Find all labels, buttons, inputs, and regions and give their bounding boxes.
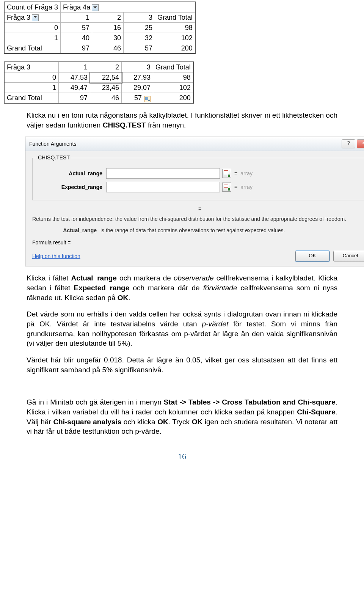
paragraph-2: Klicka i fältet Actual_range och markera…	[27, 273, 337, 302]
paragraph-4: Värdet här blir ungefär 0.018. Detta är …	[27, 355, 337, 375]
cell: 49,47	[59, 83, 90, 93]
formula-result-label: Formula result =	[32, 239, 364, 246]
cell: 57	[61, 23, 92, 33]
col-3: 3	[122, 62, 153, 72]
row0-label: 0	[4, 72, 59, 83]
row1-label: 1	[4, 83, 59, 93]
array-hint: array	[240, 170, 253, 176]
fill-handle-icon[interactable]	[144, 96, 151, 102]
result-eq: =	[32, 206, 364, 212]
grand-total-label: Grand Total	[4, 93, 59, 104]
dropdown-icon[interactable]	[92, 4, 99, 11]
cell: 97	[61, 43, 92, 54]
col-total: Grand Total	[155, 13, 195, 23]
expected-range-label: Expected_range	[38, 184, 106, 190]
selected-cell[interactable]: 22,54	[90, 72, 122, 83]
args-fieldset: CHISQ.TEST Actual_range = array Expected…	[32, 158, 364, 200]
cell: 200	[155, 43, 195, 54]
pivot-table-2: Fråga 3 1 2 3 Grand Total 0 47,53 22,54 …	[0, 61, 364, 104]
equals: =	[234, 184, 237, 190]
range-picker-icon[interactable]	[222, 169, 231, 178]
cell: 32	[124, 33, 155, 43]
cell: 29,07	[122, 83, 153, 93]
arg-description: Actual_range is the range of data that c…	[32, 227, 364, 235]
cell: 23,46	[90, 83, 122, 93]
cell: 16	[92, 23, 124, 33]
paragraph-3: Det värde som nu erhålls i den valda cel…	[27, 309, 337, 348]
help-button[interactable]: ?	[342, 139, 355, 148]
range-picker-icon[interactable]	[222, 183, 231, 192]
grand-total-label: Grand Total	[4, 43, 61, 54]
cell: 25	[124, 23, 155, 33]
function-name: CHISQ.TEST	[36, 154, 71, 161]
actual-range-label: Actual_range	[38, 170, 106, 176]
cancel-button[interactable]: Cancel	[333, 251, 364, 261]
expected-range-input[interactable]	[106, 182, 220, 192]
pivot1-header: Count of Fråga 3	[4, 2, 61, 13]
col-1: 1	[59, 62, 90, 72]
ok-button[interactable]: OK	[295, 251, 329, 261]
dialog-title: Function Arguments	[29, 141, 340, 147]
cell: 98	[153, 72, 193, 83]
col-3: 3	[124, 13, 155, 23]
actual-range-input[interactable]	[106, 168, 220, 179]
array-hint: array	[240, 184, 253, 190]
rowfield: Fråga 3	[4, 13, 61, 23]
equals: =	[234, 170, 237, 176]
cell: 47,53	[59, 72, 90, 83]
cell: 200	[153, 93, 193, 104]
col-2: 2	[90, 62, 122, 72]
dialog-titlebar: Function Arguments ? ×	[25, 137, 364, 151]
cell: 27,93	[122, 72, 153, 83]
col-1: 1	[61, 13, 92, 23]
rowfield2: Fråga 3	[4, 62, 59, 72]
cell: 46	[90, 93, 122, 104]
row0-label: 0	[4, 23, 61, 33]
function-arguments-dialog: Function Arguments ? × CHISQ.TEST Actual…	[25, 137, 364, 266]
cell: 102	[155, 33, 195, 43]
function-description: Returns the test for independence: the v…	[32, 216, 364, 223]
paragraph-5: Gå in i Minitab och gå återigen in i men…	[27, 397, 337, 436]
cell: 30	[92, 33, 124, 43]
cell: 97	[59, 93, 90, 104]
cell: 102	[153, 83, 193, 93]
cell: 46	[92, 43, 124, 54]
cell: 98	[155, 23, 195, 33]
pivot1-colfield: Fråga 4a	[61, 2, 195, 13]
page-number: 16	[27, 452, 337, 461]
col-total: Grand Total	[153, 62, 193, 72]
row1-label: 1	[4, 33, 61, 43]
cell: 40	[61, 33, 92, 43]
filter-icon[interactable]	[32, 14, 39, 21]
close-button[interactable]: ×	[357, 139, 364, 148]
paragraph-1: Klicka nu i en tom ruta någonstans på ka…	[27, 110, 337, 130]
pivot-table-1: Count of Fråga 3 Fråga 4a Fråga 3 1 2 3 …	[0, 2, 364, 54]
col-2: 2	[92, 13, 124, 23]
cell: 57	[122, 93, 153, 104]
help-link[interactable]: Help on this function	[32, 253, 292, 259]
cell: 57	[124, 43, 155, 54]
